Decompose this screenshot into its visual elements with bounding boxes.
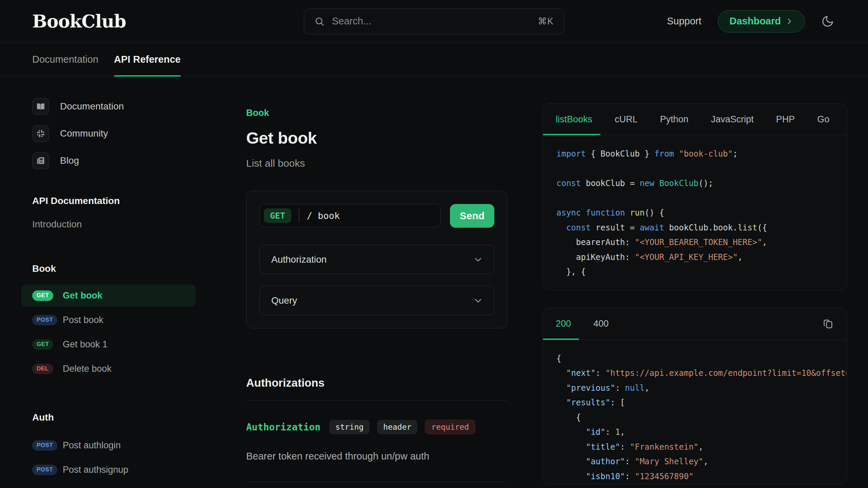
search-icon [314, 16, 324, 26]
param-name: Authorization [246, 422, 320, 433]
api-playground-card: GET / book Send Authorization Query [246, 191, 508, 328]
param-required-chip: required [425, 420, 475, 434]
dashboard-button[interactable]: Dashboard [718, 10, 805, 33]
sidebar-section-title: Book [21, 263, 196, 274]
tab-curl[interactable]: cURL [615, 104, 638, 135]
endpoint-row: GET / book Send [259, 204, 494, 228]
method-chip: GET [264, 208, 291, 223]
sidebar-link-label: Documentation [60, 101, 124, 112]
sidebar-resource-links: Documentation [21, 98, 196, 169]
sidebar-section-book: Book GET Get book POST Post book GET Get… [21, 263, 196, 381]
method-badge-get: GET [32, 339, 53, 350]
method-badge-post: POST [32, 465, 57, 475]
search-input[interactable] [332, 16, 530, 27]
sidebar-item-label: Get book [63, 290, 102, 301]
support-link[interactable]: Support [667, 16, 702, 27]
sidebar-item-get-book-1[interactable]: GET Get book 1 [21, 332, 196, 357]
accordion-label: Authorization [271, 254, 327, 265]
method-badge-get: GET [32, 290, 53, 301]
sidebar-item-label: Get book 1 [63, 339, 107, 350]
sidebar: Documentation [21, 77, 196, 482]
param-location-chip: header [377, 420, 417, 434]
method-badge-delete: DEL [32, 364, 53, 374]
accordion-label: Query [271, 295, 297, 306]
sidebar-item-introduction[interactable]: Introduction [21, 217, 196, 232]
tab-python[interactable]: Python [660, 104, 689, 135]
tab-listbooks[interactable]: listBooks [556, 104, 592, 135]
dashboard-label: Dashboard [730, 16, 781, 27]
primary-nav-tabs: Documentation API Reference [0, 43, 868, 77]
method-badge-post: POST [32, 315, 57, 325]
sidebar-section-api-documentation: API Documentation Introduction [21, 196, 196, 232]
sidebar-section-auth: Auth POST Post authlogin POST Post auths… [21, 412, 196, 482]
main-column: Book Get book List all books GET / book … [246, 77, 508, 482]
divider [299, 209, 299, 222]
tab-php[interactable]: PHP [776, 104, 795, 135]
query-accordion[interactable]: Query [259, 286, 494, 315]
code-sample-card: listBooks cURL Python JavaScript PHP Go … [542, 103, 847, 290]
header-actions: Support Dashboard [667, 10, 834, 33]
search-bar[interactable]: ⌘K [304, 8, 564, 34]
code-sample-block: import { BookClub } from "book-club"; co… [543, 135, 847, 290]
copy-response-button[interactable] [822, 318, 834, 330]
sidebar-item-post-authlogin[interactable]: POST Post authlogin [21, 433, 196, 458]
endpoint-input[interactable]: GET / book [259, 204, 440, 227]
sidebar-item-label: Post authsignup [63, 465, 129, 475]
code-column: listBooks cURL Python JavaScript PHP Go … [542, 77, 847, 484]
sidebar-link-label: Community [60, 128, 108, 139]
moon-icon [821, 15, 834, 28]
code-language-tabs: listBooks cURL Python JavaScript PHP Go [543, 104, 847, 135]
api-reference-page: BookClub ⌘K Support Dashboard [0, 0, 868, 488]
tab-200[interactable]: 200 [556, 308, 571, 340]
page-subtitle: List all books [246, 158, 508, 169]
tab-javascript[interactable]: JavaScript [711, 104, 754, 135]
page-title: Get book [246, 128, 508, 147]
slack-icon [32, 125, 49, 142]
sidebar-section-title: Auth [21, 412, 196, 423]
sidebar-item-delete-book[interactable]: DEL Delete book [21, 357, 196, 381]
sidebar-item-label: Delete book [63, 364, 112, 374]
sidebar-item-label: Post authlogin [63, 440, 121, 451]
sidebar-item-get-book[interactable]: GET Get book [21, 284, 196, 307]
response-card: 200 400 { "next": "https://api.example.c… [542, 308, 847, 484]
chevron-down-icon [474, 296, 482, 305]
authorization-param-row: Authorization string header required [246, 420, 508, 434]
tab-400[interactable]: 400 [593, 308, 609, 340]
send-button[interactable]: Send [450, 204, 494, 228]
param-type-chip: string [329, 420, 370, 434]
param-description: Bearer token received through un/pw auth [246, 451, 508, 462]
resource-eyebrow: Book [246, 108, 508, 118]
search-shortcut: ⌘K [538, 16, 554, 27]
response-status-tabs: 200 400 [543, 308, 847, 340]
theme-toggle-button[interactable] [821, 15, 834, 28]
tab-api-reference[interactable]: API Reference [114, 43, 181, 76]
chevron-down-icon [474, 255, 482, 264]
tab-documentation[interactable]: Documentation [32, 43, 98, 76]
sidebar-section-title: API Documentation [21, 196, 196, 206]
sidebar-link-community[interactable]: Community [32, 125, 185, 142]
response-json-block: { "next": "https://api.example.com/endpo… [543, 340, 847, 484]
authorizations-heading: Authorizations [246, 377, 508, 389]
top-header: BookClub ⌘K Support Dashboard [0, 0, 868, 43]
divider [246, 482, 508, 482]
endpoint-path: / book [307, 210, 340, 221]
tab-go[interactable]: Go [817, 104, 829, 135]
sidebar-link-blog[interactable]: Blog [32, 152, 185, 169]
method-badge-post: POST [32, 440, 57, 451]
app-logo[interactable]: BookClub [32, 11, 126, 32]
copy-icon [822, 318, 834, 330]
sidebar-item-post-book[interactable]: POST Post book [21, 308, 196, 332]
book-icon [32, 98, 49, 115]
sidebar-link-documentation[interactable]: Documentation [32, 98, 185, 115]
divider [246, 400, 508, 401]
sidebar-item-post-authsignup[interactable]: POST Post authsignup [21, 458, 196, 482]
newspaper-icon [32, 152, 49, 169]
authorization-accordion[interactable]: Authorization [259, 245, 494, 274]
sidebar-link-label: Blog [60, 155, 79, 166]
chevron-right-icon [786, 18, 793, 25]
content-area: Documentation [0, 77, 868, 488]
sidebar-item-label: Post book [63, 315, 103, 325]
